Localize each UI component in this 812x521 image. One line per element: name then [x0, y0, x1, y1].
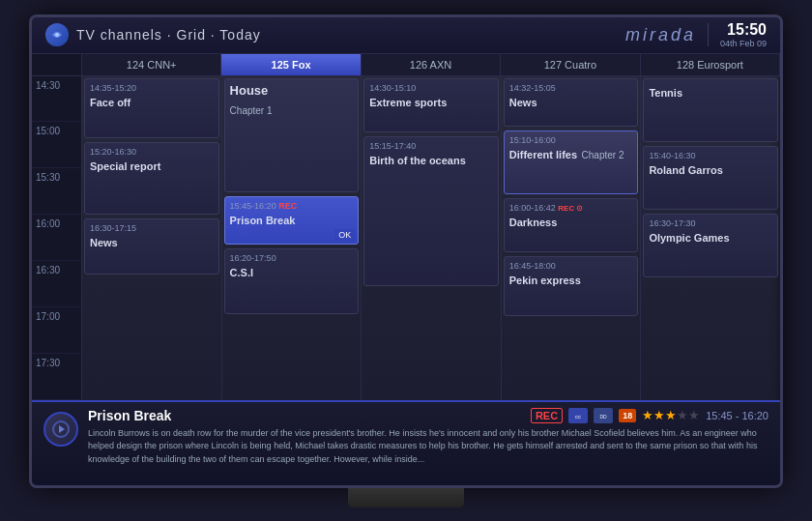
header-right: mirada 15:50 04th Feb 09: [625, 21, 767, 48]
time-1700: 17:00: [32, 307, 81, 354]
info-panel: Prison Break REC cc DD: [32, 400, 780, 485]
col-cuatro: 14:32-15:05 News 15:10-16:00 Different l…: [502, 76, 642, 400]
tv-frame: TV channels · Grid · Today mirada 15:50 …: [29, 14, 783, 488]
time-block: 15:50 04th Feb 09: [720, 21, 767, 48]
time-1630: 16:30: [32, 261, 81, 307]
channel-124[interactable]: 124 CNN+: [82, 54, 221, 75]
prog-euro-3[interactable]: 16:30-17:30 Olympic Games: [643, 214, 778, 277]
info-title: Prison Break: [88, 408, 171, 423]
tv-stand: [348, 488, 464, 507]
age-rating: 18: [619, 409, 636, 422]
star-rating: ★★★★★: [642, 408, 700, 422]
prog-cnn-1[interactable]: 14:35-15:20 Face off: [84, 78, 219, 138]
channel-127[interactable]: 127 Cuatro: [501, 54, 640, 75]
channel-128[interactable]: 128 Eurosport: [641, 54, 780, 75]
prog-cuatro-3[interactable]: 16:00-16:42 REC ⊙ Darkness: [504, 198, 639, 252]
channels-grid: 14:35-15:20 Face off 15:20-16:30 Special…: [82, 76, 780, 400]
prog-fox-house[interactable]: House Chapter 1: [224, 78, 360, 192]
epg-grid: 14:30 15:00 15:30 16:00 16:30 17:00 17:3…: [32, 76, 780, 400]
program-time-range: 15:45 - 16:20: [706, 410, 768, 421]
header-left: TV channels · Grid · Today: [45, 23, 261, 46]
time-1530: 15:30: [32, 168, 81, 215]
rec-badge: REC: [531, 408, 563, 423]
time-1500: 15:00: [32, 122, 81, 168]
svg-text:DD: DD: [600, 413, 608, 419]
prog-fox-csi[interactable]: 16:20-17:50 C.S.I: [224, 248, 360, 314]
prog-cuatro-1[interactable]: 14:32-15:05 News: [504, 78, 639, 127]
prog-cuatro-4[interactable]: 16:45-18:00 Pekin express: [504, 256, 639, 316]
channel-126[interactable]: 126 AXN: [362, 54, 501, 75]
header-bar: TV channels · Grid · Today mirada 15:50 …: [32, 17, 780, 54]
svg-point-0: [55, 33, 59, 37]
col-fox: House Chapter 1 15:45-16:20 REC Prison B…: [222, 76, 362, 400]
prog-cuatro-2[interactable]: 15:10-16:00 Different lifes Chapter 2: [504, 130, 639, 194]
prog-euro-2[interactable]: 15:40-16:30 Roland Garros: [643, 146, 778, 210]
time-1600: 16:00: [32, 215, 81, 261]
time-1430: 14:30: [32, 76, 81, 123]
prog-fox-prisonbreak[interactable]: 15:45-16:20 REC Prison Break OK: [224, 196, 360, 245]
svg-text:cc: cc: [575, 414, 581, 420]
header-divider: [708, 23, 709, 46]
prog-axn-2[interactable]: 15:15-17:40 Birth of the oceans: [363, 136, 499, 286]
current-time: 15:50: [720, 21, 767, 39]
info-description: Lincoln Burrows is on death row for the …: [88, 427, 768, 467]
col-eurosport: Tennis 15:40-16:30 Roland Garros 16:30-1…: [641, 76, 780, 400]
prog-cnn-2[interactable]: 15:20-16:30 Special report: [84, 142, 219, 215]
subtitles-icon: cc: [568, 408, 588, 423]
prog-cnn-3[interactable]: 16:30-17:15 News: [84, 218, 219, 275]
ok-badge: OK: [334, 229, 355, 241]
col-axn: 14:30-15:10 Extreme sports 15:15-17:40 B…: [362, 76, 502, 400]
time-1730: 17:30: [32, 354, 81, 400]
current-date: 04th Feb 09: [720, 39, 767, 48]
brand-name: mirada: [625, 25, 696, 45]
logo-icon: [45, 23, 69, 46]
channel-headers: 124 CNN+ 125 Fox 126 AXN 127 Cuatro 128 …: [32, 54, 780, 76]
info-content: Prison Break REC cc DD: [88, 408, 768, 467]
prog-euro-1[interactable]: Tennis: [643, 78, 778, 142]
time-labels: 14:30 15:00 15:30 16:00 16:30 17:00 17:3…: [32, 76, 82, 400]
channel-125[interactable]: 125 Fox: [221, 54, 361, 75]
col-cnn: 14:35-15:20 Face off 15:20-16:30 Special…: [82, 76, 222, 400]
info-title-row: Prison Break REC cc DD: [88, 408, 768, 423]
program-thumbnail: [44, 412, 78, 447]
svg-marker-2: [59, 425, 65, 433]
info-badges: REC cc DD 18 ★★★★★: [531, 408, 768, 423]
dolby-icon: DD: [594, 408, 613, 423]
prog-axn-1[interactable]: 14:30-15:10 Extreme sports: [363, 78, 499, 132]
time-col-header: [32, 54, 82, 75]
header-title: TV channels · Grid · Today: [76, 27, 261, 43]
